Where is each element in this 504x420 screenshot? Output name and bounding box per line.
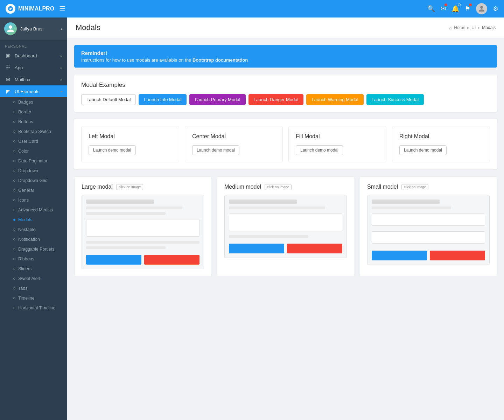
small-modal-preview[interactable] <box>367 195 490 265</box>
mock-box <box>372 214 485 226</box>
modal-examples-title: Modal Examples <box>81 82 490 89</box>
sub-dot-notification <box>13 238 15 240</box>
sub-dot-ribbons <box>13 258 15 260</box>
medium-modal-preview[interactable] <box>224 195 347 258</box>
right-modal-title: Right Modal <box>399 133 483 140</box>
sidebar-item-timeline[interactable]: Timeline <box>0 293 67 303</box>
alert-text: Instructions for how to use modals are a… <box>81 57 490 63</box>
user-avatar-top[interactable] <box>476 3 487 14</box>
sidebar-item-draggable-portlets[interactable]: Draggable Portlets <box>0 244 67 254</box>
page-header: Modals ⌂ Home ▸ UI ▸ Modals <box>67 18 504 38</box>
sub-dot-bootstrap-switch <box>13 131 15 133</box>
large-modal-preview[interactable] <box>82 195 204 269</box>
launch-success-modal-button[interactable]: Launch Success Modal <box>366 94 424 105</box>
ui-chevron: ▾ <box>61 90 62 93</box>
modal-buttons-row: Launch Default Modal Launch Info Modal L… <box>81 94 490 105</box>
search-icon[interactable]: 🔍 <box>427 5 435 13</box>
mock-line <box>86 212 166 215</box>
modal-variants-section: Left Modal Launch demo modal Center Moda… <box>74 119 497 169</box>
sidebar-item-nestable[interactable]: Nestable <box>0 225 67 234</box>
mail-icon[interactable]: ✉ <box>441 5 446 13</box>
sidebar-item-notification[interactable]: Notification <box>0 234 67 244</box>
mock-box <box>86 219 200 237</box>
bell-badge <box>458 4 461 6</box>
sidebar-item-general[interactable]: General <box>0 186 67 195</box>
sub-dot-color <box>13 150 15 152</box>
right-modal-demo-button[interactable]: Launch demo modal <box>399 145 447 155</box>
sidebar-user-section[interactable]: Juliya Brus ▸ <box>0 18 67 40</box>
alert-banner: Reminder! Instructions for how to use mo… <box>74 45 497 68</box>
launch-info-modal-button[interactable]: Launch Info Modal <box>139 94 187 105</box>
mock-footer <box>229 241 342 253</box>
alert-link[interactable]: Bootstrap documentation <box>192 57 248 63</box>
sidebar-sub-label: Ribbons <box>18 257 34 261</box>
sidebar-item-icons[interactable]: Icons <box>0 195 67 205</box>
sidebar-item-dropdown-grid[interactable]: Dropdown Grid <box>0 176 67 186</box>
mock-line <box>86 241 200 244</box>
mock-btn-red <box>287 244 342 253</box>
large-modal-header: Large modal click on image <box>82 184 204 190</box>
sidebar-item-modals[interactable]: Modals <box>0 215 67 225</box>
nav-left: MINIMALPRO ☰ <box>6 4 65 14</box>
sidebar-item-label: App <box>15 65 57 70</box>
breadcrumb: ⌂ Home ▸ UI ▸ Modals <box>449 25 496 30</box>
sidebar-item-color[interactable]: Color <box>0 146 67 156</box>
sidebar-sub-label: Badges <box>18 100 33 105</box>
mock-box <box>229 214 342 231</box>
sidebar-sub-label: Advanced Medias <box>18 208 53 212</box>
sidebar-item-user-card[interactable]: User Card <box>0 136 67 146</box>
breadcrumb-home[interactable]: Home <box>454 25 465 30</box>
sidebar-item-advanced-medias[interactable]: Advanced Medias <box>0 205 67 215</box>
launch-primary-modal-button[interactable]: Launch Primary Modal <box>189 94 245 105</box>
center-modal-title: Center Modal <box>192 133 275 140</box>
mock-header <box>86 200 154 204</box>
mock-btn-red <box>430 251 485 260</box>
modal-variants-grid: Left Modal Launch demo modal Center Moda… <box>81 126 490 162</box>
sidebar-item-badges[interactable]: Badges <box>0 97 67 107</box>
sidebar-sub-label: Sliders <box>18 266 31 271</box>
medium-modal-card: Medium model click on image <box>217 176 354 276</box>
sub-dot-icons <box>13 199 15 201</box>
sub-dot-sweet-alert <box>13 278 15 280</box>
launch-default-modal-button[interactable]: Launch Default Modal <box>81 94 136 105</box>
sidebar-item-dashboard[interactable]: ▣ Dashboard ▸ <box>0 50 67 62</box>
alert-title: Reminder! <box>81 50 490 56</box>
sidebar-item-ui-elements[interactable]: ◤ UI Elements ▾ <box>0 85 67 97</box>
settings-icon[interactable]: ⚙ <box>493 5 498 13</box>
sidebar-item-sweet-alert[interactable]: Sweet Alert <box>0 274 67 284</box>
medium-modal-header: Medium model click on image <box>224 184 347 190</box>
left-modal-demo-button[interactable]: Launch demo modal <box>89 145 136 155</box>
sidebar-item-bootstrap-switch[interactable]: Bootstrap Switch <box>0 127 67 136</box>
hamburger-icon[interactable]: ☰ <box>59 5 65 13</box>
sidebar-avatar <box>4 22 17 35</box>
dashboard-icon: ▣ <box>5 53 11 58</box>
launch-warning-modal-button[interactable]: Launch Warning Modal <box>306 94 363 105</box>
sub-dot-dropdown <box>13 170 15 172</box>
flag-icon[interactable]: ⚑ <box>465 5 470 13</box>
bell-icon[interactable]: 🔔 <box>451 5 459 13</box>
sidebar-item-mailbox[interactable]: ✉ Mailbox ▸ <box>0 74 67 85</box>
fill-modal-demo-button[interactable]: Launch demo modal <box>296 145 343 155</box>
modal-sizes-section: Large modal click on image <box>74 176 497 276</box>
sidebar: Juliya Brus ▸ PERSONAL ▣ Dashboard ▸ ☷ A… <box>0 18 67 420</box>
sidebar-item-border[interactable]: Border <box>0 107 67 117</box>
sidebar-item-dropdown[interactable]: Dropdown <box>0 166 67 176</box>
sidebar-user-chevron: ▸ <box>61 27 63 31</box>
sidebar-item-app[interactable]: ☷ App ▸ <box>0 62 67 74</box>
sidebar-item-ribbons[interactable]: Ribbons <box>0 254 67 264</box>
sub-dot-buttons <box>13 121 15 123</box>
breadcrumb-ui[interactable]: UI <box>471 25 476 30</box>
sidebar-item-horizontal-timeline[interactable]: Horizontal Timeline <box>0 303 67 313</box>
sub-dot-sliders <box>13 268 15 270</box>
sub-dot-date-paginator <box>13 160 15 162</box>
sidebar-item-buttons[interactable]: Buttons <box>0 117 67 127</box>
alert-text-part1: Instructions for how to use modals are a… <box>81 57 191 63</box>
launch-danger-modal-button[interactable]: Launch Danger Modal <box>248 94 304 105</box>
mock-btn-red <box>144 255 200 265</box>
sub-dot-draggable-portlets <box>13 248 15 250</box>
sidebar-item-sliders[interactable]: Sliders <box>0 264 67 274</box>
sidebar-item-date-paginator[interactable]: Date Paginator <box>0 156 67 166</box>
center-modal-demo-button[interactable]: Launch demo modal <box>192 145 239 155</box>
sidebar-item-tabs[interactable]: Tabs <box>0 284 67 293</box>
sidebar-sub-label: Border <box>18 110 31 114</box>
